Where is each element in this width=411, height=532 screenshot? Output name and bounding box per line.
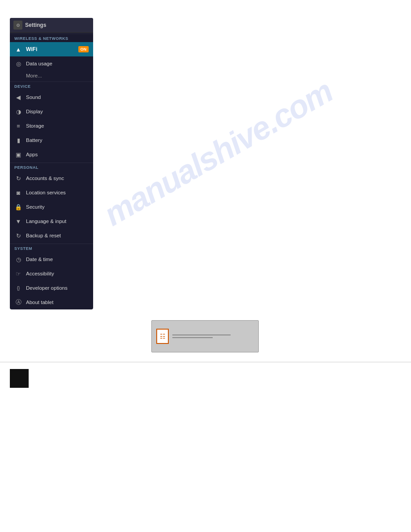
tooltip-popup: ☷	[151, 320, 259, 352]
sidebar-item-security[interactable]: 🔒 Security	[10, 200, 93, 214]
security-icon: 🔒	[14, 203, 22, 211]
sidebar-item-accounts-sync[interactable]: ↻ Accounts & sync	[10, 171, 93, 185]
storage-label: Storage	[26, 123, 89, 129]
backup-reset-label: Backup & reset	[26, 233, 89, 238]
wifi-label: WiFi	[26, 46, 78, 52]
language-input-icon: ▼	[14, 217, 22, 225]
sidebar-item-backup-reset[interactable]: ↻ Backup & reset	[10, 228, 93, 243]
settings-app-icon: ⚙	[13, 21, 22, 30]
location-services-icon: ◙	[14, 189, 22, 197]
accessibility-label: Accessibility	[26, 271, 89, 276]
accounts-sync-label: Accounts & sync	[26, 176, 89, 181]
about-tablet-label: About tablet	[26, 300, 89, 305]
tooltip-line-1	[172, 335, 231, 335]
sidebar-item-more[interactable]: More...	[10, 71, 93, 81]
sidebar-item-language-input[interactable]: ▼ Language & input	[10, 214, 93, 228]
sidebar-item-about-tablet[interactable]: Ⓐ About tablet	[10, 295, 93, 309]
sidebar-item-data-usage[interactable]: ◎ Data usage	[10, 56, 93, 71]
sidebar-item-wifi[interactable]: ▲ WiFi ON	[10, 42, 93, 56]
sound-icon: ◀	[14, 93, 22, 101]
apps-label: Apps	[26, 152, 89, 157]
sidebar-item-storage[interactable]: ≡ Storage	[10, 119, 93, 133]
sidebar-item-accessibility[interactable]: ☞ Accessibility	[10, 266, 93, 281]
sidebar-item-display[interactable]: ◑ Display	[10, 104, 93, 119]
tooltip-content	[172, 335, 254, 338]
sidebar-item-battery[interactable]: ▮ Battery	[10, 133, 93, 147]
sidebar-item-apps[interactable]: ▣ Apps	[10, 147, 93, 162]
wifi-icon: ▲	[14, 45, 22, 53]
storage-icon: ≡	[14, 122, 22, 130]
sound-label: Sound	[26, 94, 89, 100]
settings-panel: ⚙ Settings WIRELESS & NETWORKS ▲ WiFi ON…	[10, 18, 93, 309]
developer-options-icon: {}	[14, 284, 22, 292]
settings-title-bar: ⚙ Settings	[10, 18, 93, 33]
battery-label: Battery	[26, 137, 89, 143]
display-label: Display	[26, 109, 89, 114]
settings-gear-icon: ⚙	[16, 23, 20, 28]
data-usage-icon: ◎	[14, 60, 22, 68]
wifi-toggle[interactable]: ON	[78, 46, 89, 52]
page-divider	[0, 362, 411, 362]
data-usage-label: Data usage	[26, 61, 89, 66]
accounts-sync-icon: ↻	[14, 174, 22, 182]
location-services-label: Location services	[26, 190, 89, 195]
accessibility-icon: ☞	[14, 270, 22, 278]
tooltip-doc-icon: ☷	[156, 329, 169, 344]
about-tablet-icon: Ⓐ	[14, 298, 22, 306]
backup-reset-icon: ↻	[14, 232, 22, 240]
settings-title: Settings	[25, 22, 46, 28]
sidebar-item-developer-options[interactable]: {} Developer options	[10, 281, 93, 295]
language-input-label: Language & input	[26, 219, 89, 224]
date-time-icon: ◷	[14, 255, 22, 263]
security-label: Security	[26, 204, 89, 210]
tooltip-line-2	[172, 337, 213, 338]
developer-options-label: Developer options	[26, 285, 89, 291]
section-header-system: SYSTEM	[10, 244, 93, 252]
section-header-personal: PERSONAL	[10, 163, 93, 171]
date-time-label: Date & time	[26, 257, 89, 262]
sidebar-item-date-time[interactable]: ◷ Date & time	[10, 252, 93, 266]
black-square-indicator	[10, 369, 29, 388]
watermark: manualshive.com	[98, 73, 338, 233]
display-icon: ◑	[14, 107, 22, 116]
sidebar-item-location-services[interactable]: ◙ Location services	[10, 185, 93, 200]
section-header-wireless: WIRELESS & NETWORKS	[10, 34, 93, 42]
apps-icon: ▣	[14, 150, 22, 159]
sidebar-item-sound[interactable]: ◀ Sound	[10, 90, 93, 104]
section-header-device: DEVICE	[10, 82, 93, 90]
battery-icon: ▮	[14, 136, 22, 144]
